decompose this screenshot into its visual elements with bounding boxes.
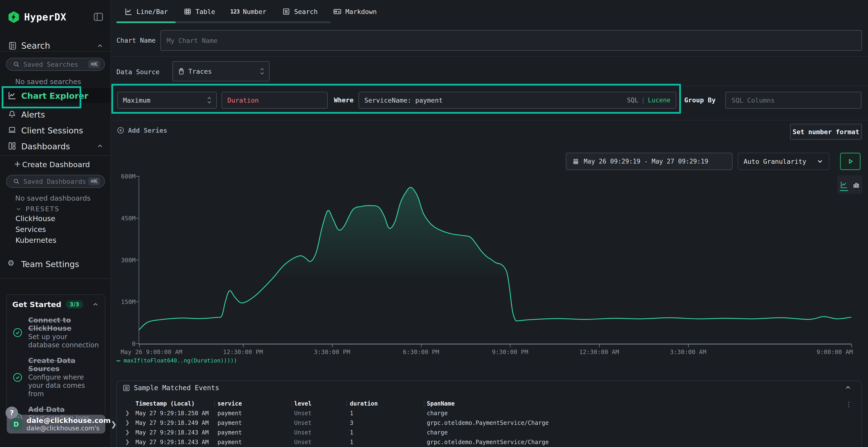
column-drag-handle[interactable]: ⋮ bbox=[289, 400, 294, 407]
tab-line-bar[interactable]: Line/Bar bbox=[117, 0, 176, 23]
table-cell: charge bbox=[427, 429, 448, 436]
logo-row: HyperDX bbox=[0, 10, 111, 25]
add-series-button[interactable]: Add Series bbox=[117, 126, 167, 134]
chart-name-input[interactable] bbox=[161, 37, 862, 44]
column-header-timestamp-local-[interactable]: Timestamp (Local) bbox=[135, 400, 195, 407]
avatar: D bbox=[10, 418, 23, 431]
shortcut-badge: ⌘K bbox=[88, 177, 100, 185]
x-tick-mark bbox=[510, 344, 510, 347]
data-source-select[interactable]: Traces bbox=[173, 61, 270, 81]
chevron-up-icon[interactable] bbox=[96, 142, 104, 149]
set-number-format-button[interactable]: Set number format bbox=[790, 124, 862, 140]
column-header-service[interactable]: service bbox=[217, 400, 242, 407]
tab-table[interactable]: Table bbox=[176, 0, 223, 23]
tab-markdown[interactable]: Markdown bbox=[325, 0, 384, 23]
data-source-value: Traces bbox=[185, 68, 212, 75]
column-header-spanname[interactable]: SpanName bbox=[427, 400, 455, 407]
hyperdx-app: HyperDX Search Saved Searches ⌘K No save… bbox=[0, 0, 868, 447]
table-row[interactable]: ❯May 27 9:29:18.243 AMpaymentUnset1charg… bbox=[117, 429, 861, 439]
chart-legend: — maxIf(toFloat640..ng(Duration))))) bbox=[117, 357, 237, 364]
mode-separator: | bbox=[638, 97, 648, 104]
123-icon: 123 bbox=[230, 7, 239, 16]
column-header-level[interactable]: level bbox=[294, 400, 311, 407]
bar-chart-toggle[interactable] bbox=[852, 181, 860, 188]
table-options-kebab-icon[interactable]: ⋮ bbox=[845, 400, 852, 408]
sidebar-item-chart-explorer[interactable]: Chart Explorer bbox=[0, 88, 111, 103]
user-email: dale@clickhouse.com bbox=[27, 416, 111, 424]
table-cell: payment bbox=[217, 419, 242, 426]
no-saved-searches-text: No saved searches bbox=[15, 77, 81, 86]
sidebar-item-label: Client Sessions bbox=[21, 126, 83, 135]
column-drag-handle[interactable]: ⋮ bbox=[421, 400, 427, 407]
get-started-item-desc: Set up your database connection bbox=[28, 333, 99, 349]
row-expand-chevron-icon[interactable]: ❯ bbox=[125, 429, 129, 435]
sidebar-item-dashboards[interactable]: Dashboards bbox=[0, 139, 111, 153]
saved-searches-input[interactable]: Saved Searches ⌘K bbox=[6, 58, 105, 71]
gear-icon: ⚙ bbox=[7, 259, 17, 268]
sidebar-item-alerts[interactable]: Alerts bbox=[0, 107, 111, 122]
events-panel-header[interactable]: Sample Matched Events bbox=[117, 381, 861, 394]
presets-label: PRESETS bbox=[26, 205, 60, 213]
data-source-label: Data Source bbox=[117, 68, 160, 76]
table-cell: 1 bbox=[350, 410, 353, 417]
table-row[interactable]: ❯May 27 9:29:18.250 AMpaymentUnset1charg… bbox=[117, 410, 861, 419]
legend-series-name: maxIf(toFloat640..ng(Duration))))) bbox=[124, 357, 237, 364]
group-by-label: Group By bbox=[684, 96, 716, 104]
get-started-item[interactable]: Create Data SourcesConfigure where your … bbox=[12, 356, 99, 398]
sidebar-item-team-settings[interactable]: ⚙ Team Settings bbox=[0, 256, 111, 271]
granularity-select[interactable]: Auto Granularity bbox=[738, 153, 830, 170]
get-started-item-title: Create Data Sources bbox=[28, 356, 75, 373]
tab-number[interactable]: 123Number bbox=[223, 0, 274, 23]
main-content: Line/BarTable123NumberSearchMarkdown Cha… bbox=[112, 0, 868, 447]
sidebar-collapse-icon[interactable] bbox=[93, 11, 104, 23]
create-dashboard-button[interactable]: Create Dashboard bbox=[22, 160, 90, 169]
timeseries-chart[interactable] bbox=[139, 176, 851, 344]
chevron-up-icon[interactable] bbox=[844, 384, 851, 391]
chart-name-input-box bbox=[160, 30, 862, 51]
table-icon bbox=[183, 7, 192, 16]
lucene-mode-toggle[interactable]: Lucene bbox=[648, 97, 671, 104]
table-cell: 1 bbox=[350, 429, 353, 436]
row-expand-chevron-icon[interactable]: ❯ bbox=[125, 410, 129, 416]
where-input[interactable]: ServiceName: payment SQL|Lucene bbox=[359, 92, 676, 109]
presets-toggle[interactable]: PRESETS bbox=[16, 205, 60, 213]
aggregation-value: Maximum bbox=[118, 97, 151, 104]
saved-dashboards-input[interactable]: Saved Dashboards ⌘K bbox=[6, 175, 105, 188]
column-drag-handle[interactable]: ⋮ bbox=[344, 400, 350, 407]
divider bbox=[112, 56, 868, 57]
preset-item-kubernetes[interactable]: Kubernetes bbox=[16, 236, 56, 244]
aggregation-select[interactable]: Maximum bbox=[117, 92, 217, 109]
column-drag-handle[interactable]: ⋮ bbox=[212, 400, 217, 407]
table-cell: Unset bbox=[294, 419, 311, 426]
table-row[interactable]: ❯May 27 9:29:18.243 AMpaymentUnset1grpc.… bbox=[117, 439, 861, 447]
sidebar-item-client-sessions[interactable]: Client Sessions bbox=[0, 123, 111, 137]
chevron-down-icon bbox=[816, 158, 824, 165]
preset-item-clickhouse[interactable]: ClickHouse bbox=[16, 214, 56, 223]
date-range-picker[interactable]: May 26 09:29:19 - May 27 09:29:19 bbox=[566, 153, 733, 170]
get-started-item[interactable]: Connect to ClickHouseSet up your databas… bbox=[12, 316, 99, 349]
chevron-up-icon[interactable] bbox=[92, 301, 99, 308]
tab-label: Table bbox=[195, 8, 215, 15]
table-cell: Unset bbox=[294, 429, 311, 436]
column-header-duration[interactable]: duration bbox=[350, 400, 378, 407]
row-expand-chevron-icon[interactable]: ❯ bbox=[125, 439, 129, 445]
play-icon bbox=[846, 157, 855, 166]
get-started-item-title: Connect to ClickHouse bbox=[28, 316, 71, 332]
run-query-button[interactable] bbox=[840, 153, 861, 170]
where-label: Where bbox=[334, 96, 353, 104]
sidebar-item-search[interactable]: Search bbox=[0, 39, 111, 52]
sql-mode-toggle[interactable]: SQL bbox=[627, 97, 638, 104]
table-row[interactable]: ❯May 27 9:29:18.249 AMpaymentUnset3grpc.… bbox=[117, 419, 861, 429]
add-series-label: Add Series bbox=[128, 127, 167, 134]
field-select[interactable]: Duration bbox=[222, 92, 328, 109]
chart-explorer-icon bbox=[7, 91, 17, 100]
preset-item-services[interactable]: Services bbox=[16, 225, 46, 234]
group-by-input[interactable] bbox=[726, 97, 861, 104]
row-expand-chevron-icon[interactable]: ❯ bbox=[125, 419, 129, 425]
list-icon bbox=[122, 384, 130, 392]
user-menu[interactable]: D dale@clickhouse.com dale@clickhouse.co… bbox=[7, 415, 105, 434]
x-tick-label: 3:30:00 PM bbox=[314, 348, 350, 355]
tab-search[interactable]: Search bbox=[274, 0, 326, 23]
date-range-value: May 26 09:29:19 - May 27 09:29:19 bbox=[584, 158, 708, 165]
chevron-up-icon[interactable] bbox=[96, 42, 104, 49]
